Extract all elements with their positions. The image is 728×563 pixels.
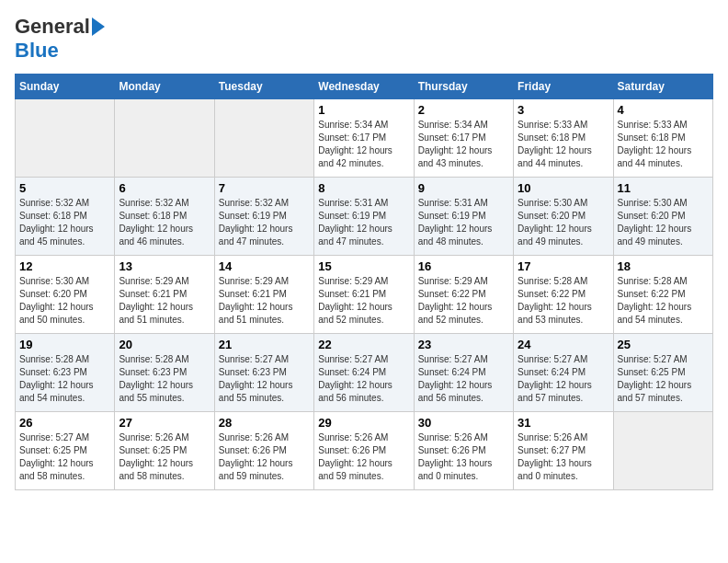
calendar-cell: 3Sunrise: 5:33 AM Sunset: 6:18 PM Daylig… (514, 99, 613, 178)
calendar-cell: 13Sunrise: 5:29 AM Sunset: 6:21 PM Dayli… (115, 256, 214, 334)
weekday-tuesday: Tuesday (214, 75, 313, 99)
day-info: Sunrise: 5:27 AM Sunset: 6:25 PM Dayligh… (618, 353, 709, 405)
calendar-cell: 2Sunrise: 5:34 AM Sunset: 6:17 PM Daylig… (414, 99, 513, 178)
day-number: 3 (518, 103, 609, 117)
day-number: 9 (418, 181, 509, 195)
day-info: Sunrise: 5:34 AM Sunset: 6:17 PM Dayligh… (318, 119, 409, 170)
day-number: 10 (518, 181, 609, 195)
calendar-cell: 16Sunrise: 5:29 AM Sunset: 6:22 PM Dayli… (414, 256, 513, 334)
calendar-cell: 25Sunrise: 5:27 AM Sunset: 6:25 PM Dayli… (613, 334, 712, 412)
calendar-cell: 15Sunrise: 5:29 AM Sunset: 6:21 PM Dayli… (314, 256, 414, 334)
day-number: 13 (119, 259, 210, 273)
day-number: 31 (518, 416, 609, 430)
day-info: Sunrise: 5:29 AM Sunset: 6:22 PM Dayligh… (418, 275, 509, 327)
day-number: 26 (19, 416, 110, 430)
calendar-cell: 8Sunrise: 5:31 AM Sunset: 6:19 PM Daylig… (314, 178, 414, 256)
day-number: 28 (219, 416, 310, 430)
day-info: Sunrise: 5:32 AM Sunset: 6:19 PM Dayligh… (219, 197, 310, 248)
weekday-thursday: Thursday (414, 75, 513, 99)
day-number: 6 (119, 181, 210, 195)
day-number: 23 (418, 338, 509, 351)
day-info: Sunrise: 5:27 AM Sunset: 6:24 PM Dayligh… (518, 353, 609, 405)
day-number: 24 (518, 338, 609, 351)
day-info: Sunrise: 5:34 AM Sunset: 6:17 PM Dayligh… (418, 119, 509, 170)
day-info: Sunrise: 5:31 AM Sunset: 6:19 PM Dayligh… (418, 197, 509, 248)
day-number: 14 (219, 259, 310, 273)
day-info: Sunrise: 5:26 AM Sunset: 6:25 PM Dayligh… (119, 431, 210, 483)
calendar-cell: 31Sunrise: 5:26 AM Sunset: 6:27 PM Dayli… (514, 412, 613, 490)
day-info: Sunrise: 5:28 AM Sunset: 6:22 PM Dayligh… (518, 275, 609, 327)
day-info: Sunrise: 5:27 AM Sunset: 6:24 PM Dayligh… (318, 353, 409, 405)
calendar-cell: 7Sunrise: 5:32 AM Sunset: 6:19 PM Daylig… (214, 178, 313, 256)
day-number: 11 (618, 181, 709, 195)
day-info: Sunrise: 5:28 AM Sunset: 6:23 PM Dayligh… (119, 353, 210, 405)
day-number: 29 (318, 416, 409, 430)
day-number: 1 (318, 103, 409, 117)
calendar-cell (613, 412, 712, 490)
calendar-cell: 6Sunrise: 5:32 AM Sunset: 6:18 PM Daylig… (115, 178, 214, 256)
day-number: 12 (19, 259, 110, 273)
calendar-cell: 26Sunrise: 5:27 AM Sunset: 6:25 PM Dayli… (16, 412, 115, 490)
logo-blue: Blue (15, 39, 59, 63)
weekday-sunday: Sunday (16, 75, 115, 99)
logo-general: General (15, 15, 90, 39)
day-info: Sunrise: 5:32 AM Sunset: 6:18 PM Dayligh… (19, 197, 110, 248)
day-info: Sunrise: 5:26 AM Sunset: 6:26 PM Dayligh… (219, 431, 310, 483)
day-info: Sunrise: 5:26 AM Sunset: 6:27 PM Dayligh… (518, 431, 609, 483)
day-number: 30 (418, 416, 509, 430)
day-number: 18 (618, 259, 709, 273)
calendar-cell: 18Sunrise: 5:28 AM Sunset: 6:22 PM Dayli… (613, 256, 712, 334)
day-info: Sunrise: 5:29 AM Sunset: 6:21 PM Dayligh… (318, 275, 409, 327)
calendar-cell: 14Sunrise: 5:29 AM Sunset: 6:21 PM Dayli… (214, 256, 313, 334)
day-info: Sunrise: 5:29 AM Sunset: 6:21 PM Dayligh… (219, 275, 310, 327)
day-number: 22 (318, 338, 409, 351)
weekday-saturday: Saturday (613, 75, 712, 99)
calendar-cell: 21Sunrise: 5:27 AM Sunset: 6:23 PM Dayli… (214, 334, 313, 412)
day-info: Sunrise: 5:31 AM Sunset: 6:19 PM Dayligh… (318, 197, 409, 248)
calendar-cell (115, 99, 214, 178)
day-number: 20 (119, 338, 210, 351)
day-number: 7 (219, 181, 310, 195)
day-number: 15 (318, 259, 409, 273)
calendar-cell: 30Sunrise: 5:26 AM Sunset: 6:26 PM Dayli… (414, 412, 513, 490)
calendar-cell: 20Sunrise: 5:28 AM Sunset: 6:23 PM Dayli… (115, 334, 214, 412)
day-number: 17 (518, 259, 609, 273)
calendar-table: SundayMondayTuesdayWednesdayThursdayFrid… (15, 74, 713, 490)
day-number: 4 (618, 103, 709, 117)
day-info: Sunrise: 5:28 AM Sunset: 6:23 PM Dayligh… (19, 353, 110, 405)
day-info: Sunrise: 5:28 AM Sunset: 6:22 PM Dayligh… (618, 275, 709, 327)
day-info: Sunrise: 5:29 AM Sunset: 6:21 PM Dayligh… (119, 275, 210, 327)
calendar-cell (214, 99, 313, 178)
day-info: Sunrise: 5:27 AM Sunset: 6:25 PM Dayligh… (19, 431, 110, 483)
calendar-cell: 1Sunrise: 5:34 AM Sunset: 6:17 PM Daylig… (314, 99, 414, 178)
calendar-cell: 19Sunrise: 5:28 AM Sunset: 6:23 PM Dayli… (16, 334, 115, 412)
weekday-wednesday: Wednesday (314, 75, 414, 99)
calendar-cell (16, 99, 115, 178)
day-info: Sunrise: 5:30 AM Sunset: 6:20 PM Dayligh… (618, 197, 709, 248)
day-number: 8 (318, 181, 409, 195)
day-number: 21 (219, 338, 310, 351)
calendar-cell: 9Sunrise: 5:31 AM Sunset: 6:19 PM Daylig… (414, 178, 513, 256)
day-info: Sunrise: 5:27 AM Sunset: 6:24 PM Dayligh… (418, 353, 509, 405)
calendar-cell: 27Sunrise: 5:26 AM Sunset: 6:25 PM Dayli… (115, 412, 214, 490)
day-info: Sunrise: 5:26 AM Sunset: 6:26 PM Dayligh… (418, 431, 509, 483)
calendar-cell: 17Sunrise: 5:28 AM Sunset: 6:22 PM Dayli… (514, 256, 613, 334)
calendar-cell: 24Sunrise: 5:27 AM Sunset: 6:24 PM Dayli… (514, 334, 613, 412)
day-number: 19 (19, 338, 110, 351)
calendar-cell: 12Sunrise: 5:30 AM Sunset: 6:20 PM Dayli… (16, 256, 115, 334)
day-info: Sunrise: 5:27 AM Sunset: 6:23 PM Dayligh… (219, 353, 310, 405)
logo-arrow-icon (92, 17, 105, 36)
day-info: Sunrise: 5:33 AM Sunset: 6:18 PM Dayligh… (518, 119, 609, 170)
calendar-cell: 4Sunrise: 5:33 AM Sunset: 6:18 PM Daylig… (613, 99, 712, 178)
logo: General Blue (15, 15, 105, 63)
day-info: Sunrise: 5:26 AM Sunset: 6:26 PM Dayligh… (318, 431, 409, 483)
calendar-cell: 10Sunrise: 5:30 AM Sunset: 6:20 PM Dayli… (514, 178, 613, 256)
day-info: Sunrise: 5:32 AM Sunset: 6:18 PM Dayligh… (119, 197, 210, 248)
calendar-cell: 23Sunrise: 5:27 AM Sunset: 6:24 PM Dayli… (414, 334, 513, 412)
calendar-cell: 28Sunrise: 5:26 AM Sunset: 6:26 PM Dayli… (214, 412, 313, 490)
calendar-cell: 22Sunrise: 5:27 AM Sunset: 6:24 PM Dayli… (314, 334, 414, 412)
day-number: 25 (618, 338, 709, 351)
calendar-cell: 11Sunrise: 5:30 AM Sunset: 6:20 PM Dayli… (613, 178, 712, 256)
weekday-friday: Friday (514, 75, 613, 99)
day-number: 5 (19, 181, 110, 195)
